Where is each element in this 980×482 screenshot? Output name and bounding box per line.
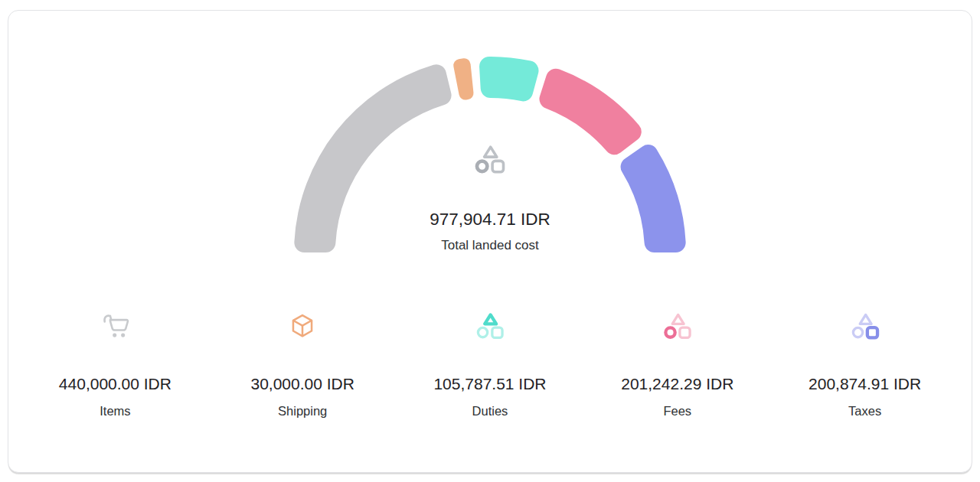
landed-cost-card: 977,904.71 IDR Total landed cost 440,000… [8, 10, 972, 473]
cost-breakdown-row: 440,000.00 IDR Items 30,000.00 IDR Shipp… [21, 309, 959, 419]
stat-value: 30,000.00 IDR [209, 375, 397, 393]
stat-value: 201,242.29 IDR [583, 375, 771, 393]
stat-label: Duties [397, 402, 584, 419]
shapes-icon [771, 309, 959, 343]
stat-shipping: 30,000.00 IDR Shipping [209, 309, 397, 419]
shapes-icon [397, 309, 584, 343]
stat-items: 440,000.00 IDR Items [21, 309, 209, 419]
stat-label: Items [21, 402, 209, 419]
shapes-icon [472, 141, 508, 177]
gauge-segment-shipping [453, 58, 473, 99]
gauge-segment-fees [539, 69, 641, 155]
stat-label: Taxes [771, 402, 959, 419]
stat-value: 200,874.91 IDR [771, 375, 959, 393]
package-icon [209, 309, 397, 343]
stat-value: 440,000.00 IDR [21, 375, 209, 393]
landed-cost-gauge: 977,904.71 IDR Total landed cost [291, 57, 689, 257]
stat-fees: 201,242.29 IDR Fees [583, 309, 771, 419]
total-landed-cost-value: 977,904.71 IDR [291, 209, 689, 230]
stat-taxes: 200,874.91 IDR Taxes [771, 309, 959, 419]
stat-value: 105,787.51 IDR [397, 375, 584, 393]
gauge-segment-duties [479, 57, 538, 101]
shapes-icon [583, 309, 771, 343]
stat-label: Shipping [209, 402, 397, 419]
stat-duties: 105,787.51 IDR Duties [397, 309, 584, 419]
cart-icon [21, 309, 209, 343]
total-landed-cost-label: Total landed cost [291, 236, 689, 255]
stat-label: Fees [583, 402, 771, 419]
